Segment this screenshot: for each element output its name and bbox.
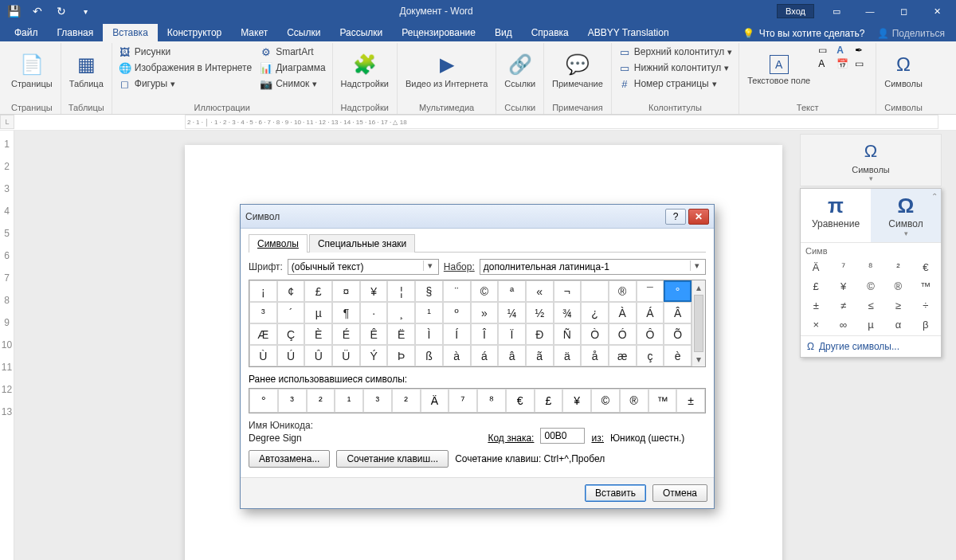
symbol-cell[interactable]: ¸	[387, 302, 415, 323]
tab-special-chars[interactable]: Специальные знаки	[309, 234, 415, 253]
symbol-cell[interactable]: ¥	[829, 276, 856, 296]
recent-symbol-cell[interactable]: °	[249, 389, 278, 413]
symbol-cell[interactable]: ©	[857, 276, 884, 296]
symbol-cell[interactable]: Ç	[277, 323, 305, 345]
quick-parts-icon[interactable]: ▭	[818, 45, 834, 56]
tab-insert[interactable]: Вставка	[103, 24, 158, 41]
recent-symbol-cell[interactable]: £	[535, 389, 563, 413]
symbol-cell[interactable]: Ü	[332, 345, 360, 366]
header-button[interactable]: ▭Верхний колонтитул▾	[617, 45, 734, 59]
comment-button[interactable]: 💬Примечание	[549, 45, 606, 96]
symbol-cell[interactable]: ·	[360, 302, 388, 323]
recent-symbol-cell[interactable]: ⁸	[477, 389, 506, 413]
recent-symbol-cell[interactable]: ²	[307, 389, 335, 413]
symbol-cell[interactable]: µ	[857, 315, 884, 334]
symbol-option[interactable]: ΩСимвол▾	[871, 189, 941, 242]
symbol-cell[interactable]: º	[443, 302, 471, 323]
qat-customize-icon[interactable]: ▾	[75, 2, 96, 21]
collapse-icon[interactable]: ⌃	[931, 192, 938, 201]
symbol-cell[interactable]: §	[415, 280, 443, 302]
minimize-button[interactable]: —	[854, 1, 886, 22]
symbol-cell[interactable]: »	[471, 302, 499, 323]
symbol-cell[interactable]: β	[912, 315, 939, 334]
recent-symbol-cell[interactable]: ¥	[562, 389, 591, 413]
subset-select[interactable]: дополнительная латиница-1	[480, 259, 706, 275]
redo-icon[interactable]: ↻	[51, 2, 72, 21]
symbol-cell[interactable]: £	[802, 276, 829, 296]
symbol-cell[interactable]: ¤	[332, 280, 360, 302]
recent-symbol-cell[interactable]: €	[506, 389, 535, 413]
more-symbols-link[interactable]: ΩДругие символы...	[801, 335, 941, 357]
recent-symbols[interactable]: °³²¹³²Ä⁷⁸€£¥©®™±	[249, 388, 706, 413]
tell-me[interactable]: 💡Что вы хотите сделать?	[736, 25, 872, 41]
symbol-cell[interactable]: Â	[664, 302, 692, 323]
symbols-button[interactable]: ΩСимволы	[881, 45, 926, 96]
recent-symbol-cell[interactable]: ©	[591, 389, 620, 413]
recent-symbol-cell[interactable]: ²	[392, 389, 421, 413]
addins-button[interactable]: 🧩Надстройки	[338, 45, 392, 96]
chart-button[interactable]: 📊Диаграмма	[258, 61, 327, 75]
help-button[interactable]: ?	[665, 209, 686, 225]
symbol-grid[interactable]: ¡¢£¤¥¦§¨©ª«¬­®¯°³´µ¶·¸¹º»¼½¾¿ÀÁÂÆÇÈÉÊËÌÍ…	[249, 280, 692, 366]
symbol-cell[interactable]: ¯	[637, 280, 664, 302]
recent-symbol-cell[interactable]: ±	[676, 389, 705, 413]
symbol-cell[interactable]: ³	[249, 302, 277, 323]
symbol-cell[interactable]: ½	[526, 302, 554, 323]
symbol-cell[interactable]: ⁸	[857, 257, 884, 276]
vertical-ruler[interactable]: 12345678910111213	[0, 131, 14, 560]
symbol-cell[interactable]: ¼	[498, 302, 526, 323]
equation-option[interactable]: πУравнение	[801, 189, 871, 242]
dialog-titlebar[interactable]: Символ ? ✕	[241, 205, 714, 229]
from-select[interactable]: Юникод (шестн.)	[610, 433, 706, 444]
symbol-cell[interactable]: ¾	[554, 302, 582, 323]
symbol-cell[interactable]: ¿	[581, 302, 609, 323]
symbol-cell[interactable]: Ò	[581, 323, 609, 345]
symbol-cell[interactable]: ¥	[360, 280, 388, 302]
dropcap-icon[interactable]: A	[818, 58, 834, 69]
symbol-cell[interactable]: Ä	[802, 257, 829, 276]
autocorrect-button[interactable]: Автозамена...	[249, 450, 330, 468]
symbol-cell[interactable]: à	[443, 345, 471, 366]
symbol-cell[interactable]: Ê	[360, 323, 388, 345]
symbol-cell[interactable]: Ï	[498, 323, 526, 345]
wordart-icon[interactable]: A	[836, 45, 852, 56]
symbol-cell[interactable]: Ì	[415, 323, 443, 345]
symbol-cell[interactable]: µ	[304, 302, 332, 323]
shortcut-button[interactable]: Сочетание клавиш...	[336, 450, 449, 468]
screenshot-button[interactable]: 📷Снимок▾	[258, 76, 327, 91]
symbol-cell[interactable]: Æ	[249, 323, 277, 345]
symbol-cell[interactable]: Ý	[360, 345, 388, 366]
symbol-cell[interactable]: Á	[637, 302, 664, 323]
symbol-cell[interactable]: Ú	[277, 345, 305, 366]
symbol-cell[interactable]: ÷	[912, 296, 939, 315]
symbol-cell[interactable]: É	[332, 323, 360, 345]
symbol-cell[interactable]: Ñ	[554, 323, 582, 345]
symbols-tile[interactable]: Ω Символы ▾	[800, 134, 942, 186]
recent-symbol-cell[interactable]: ³	[363, 389, 392, 413]
signature-icon[interactable]: ✒	[855, 45, 871, 56]
maximize-button[interactable]: ◻	[887, 1, 919, 22]
page-number-button[interactable]: #Номер страницы▾	[617, 76, 734, 91]
symbol-cell[interactable]: å	[581, 345, 609, 366]
footer-button[interactable]: ▭Нижний колонтитул▾	[617, 61, 734, 75]
symbol-cell[interactable]: ç	[637, 345, 664, 366]
horizontal-ruler[interactable]: 2 · 1 · │ · 1 · 2 · 3 · 4 · 5 · 6 · 7 · …	[185, 115, 938, 129]
object-icon[interactable]: ▭	[855, 58, 871, 69]
symbol-cell[interactable]: Õ	[664, 323, 692, 345]
textbox-button[interactable]: AТекстовое поле	[744, 45, 813, 96]
login-button[interactable]: Вход	[777, 4, 814, 18]
tab-home[interactable]: Главная	[48, 24, 104, 41]
recent-symbol-cell[interactable]: Ä	[421, 389, 449, 413]
save-icon[interactable]: 💾	[3, 2, 24, 21]
symbol-cell[interactable]: ¶	[332, 302, 360, 323]
recent-symbol-cell[interactable]: ™	[648, 389, 677, 413]
symbol-cell[interactable]: ×	[802, 315, 829, 334]
symbol-cell[interactable]: ²	[884, 257, 911, 276]
tab-design[interactable]: Конструктор	[158, 24, 231, 41]
share-button[interactable]: 👤 Поделиться	[871, 25, 951, 41]
symbol-cell[interactable]: ´	[277, 302, 305, 323]
symbol-cell[interactable]: Ô	[637, 323, 664, 345]
symbol-cell[interactable]: ª	[498, 280, 526, 302]
recent-symbol-cell[interactable]: ®	[620, 389, 648, 413]
symbol-cell[interactable]: è	[664, 345, 692, 366]
